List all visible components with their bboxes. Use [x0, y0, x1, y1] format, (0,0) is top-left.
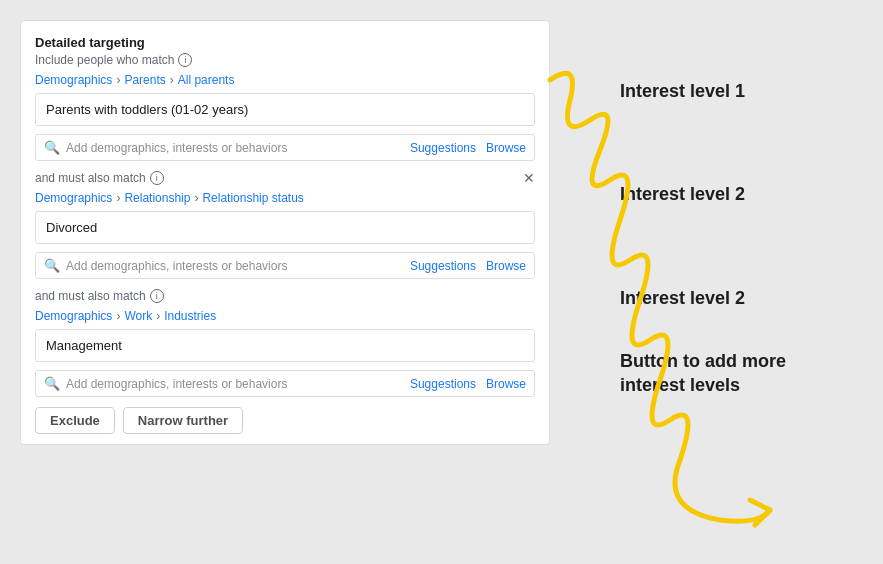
- suggestions-btn-3[interactable]: Suggestions: [410, 377, 476, 391]
- breadcrumb-3-item-3[interactable]: Industries: [164, 309, 216, 323]
- and-must-match-1: and must also match i ✕: [35, 171, 535, 185]
- suggestions-btn-2[interactable]: Suggestions: [410, 259, 476, 273]
- breadcrumb-1-item-1[interactable]: Demographics: [35, 73, 112, 87]
- info-icon-3[interactable]: i: [150, 289, 164, 303]
- info-icon-2[interactable]: i: [150, 171, 164, 185]
- include-label-text: Include people who match: [35, 53, 174, 67]
- breadcrumb-1-sep-1: ›: [116, 73, 120, 87]
- breadcrumb-3: Demographics › Work › Industries: [35, 309, 535, 323]
- annotation-level2b: Interest level 2: [620, 287, 863, 310]
- close-btn-1[interactable]: ✕: [523, 171, 535, 185]
- targeting-section-3: Demographics › Work › Industries Managem…: [35, 309, 535, 397]
- exclude-button[interactable]: Exclude: [35, 407, 115, 434]
- suggestions-btn-1[interactable]: Suggestions: [410, 141, 476, 155]
- breadcrumb-2-item-2[interactable]: Relationship: [124, 191, 190, 205]
- and-must-match-label-1: and must also match: [35, 171, 146, 185]
- search-placeholder-1: Add demographics, interests or behaviors: [66, 141, 404, 155]
- search-actions-3: Suggestions Browse: [410, 377, 526, 391]
- search-icon-3: 🔍: [44, 376, 60, 391]
- breadcrumb-3-item-1[interactable]: Demographics: [35, 309, 112, 323]
- search-actions-1: Suggestions Browse: [410, 141, 526, 155]
- browse-btn-2[interactable]: Browse: [486, 259, 526, 273]
- breadcrumb-2-sep-1: ›: [116, 191, 120, 205]
- annotation-level1: Interest level 1: [620, 80, 863, 103]
- breadcrumb-1-sep-2: ›: [170, 73, 174, 87]
- breadcrumb-3-item-2[interactable]: Work: [124, 309, 152, 323]
- search-placeholder-2: Add demographics, interests or behaviors: [66, 259, 404, 273]
- tag-2: Divorced: [35, 211, 535, 244]
- and-must-match-label-2: and must also match: [35, 289, 146, 303]
- search-icon-2: 🔍: [44, 258, 60, 273]
- and-must-match-2: and must also match i: [35, 289, 535, 303]
- browse-btn-1[interactable]: Browse: [486, 141, 526, 155]
- annotation-level2a: Interest level 2: [620, 183, 863, 206]
- detailed-targeting-panel: Detailed targeting Include people who ma…: [20, 20, 550, 445]
- search-row-2[interactable]: 🔍 Add demographics, interests or behavio…: [35, 252, 535, 279]
- search-actions-2: Suggestions Browse: [410, 259, 526, 273]
- breadcrumb-2: Demographics › Relationship › Relationsh…: [35, 191, 535, 205]
- breadcrumb-3-sep-1: ›: [116, 309, 120, 323]
- search-placeholder-3: Add demographics, interests or behaviors: [66, 377, 404, 391]
- tag-3: Management: [35, 329, 535, 362]
- search-icon-1: 🔍: [44, 140, 60, 155]
- search-row-1[interactable]: 🔍 Add demographics, interests or behavio…: [35, 134, 535, 161]
- breadcrumb-1-item-2[interactable]: Parents: [124, 73, 165, 87]
- browse-btn-3[interactable]: Browse: [486, 377, 526, 391]
- breadcrumb-2-item-3[interactable]: Relationship status: [202, 191, 303, 205]
- annotation-button-desc: Button to add moreinterest levels: [620, 350, 863, 397]
- breadcrumb-3-sep-2: ›: [156, 309, 160, 323]
- info-icon-1[interactable]: i: [178, 53, 192, 67]
- panel-title: Detailed targeting: [35, 35, 535, 50]
- breadcrumb-2-item-1[interactable]: Demographics: [35, 191, 112, 205]
- tag-1: Parents with toddlers (01-02 years): [35, 93, 535, 126]
- targeting-section-2: Demographics › Relationship › Relationsh…: [35, 191, 535, 279]
- narrow-further-button[interactable]: Narrow further: [123, 407, 243, 434]
- main-layout: Detailed targeting Include people who ma…: [20, 20, 863, 445]
- breadcrumb-2-sep-2: ›: [194, 191, 198, 205]
- breadcrumb-1: Demographics › Parents › All parents: [35, 73, 535, 87]
- bottom-buttons: Exclude Narrow further: [35, 407, 535, 434]
- breadcrumb-1-item-3[interactable]: All parents: [178, 73, 235, 87]
- targeting-section-1: Demographics › Parents › All parents Par…: [35, 73, 535, 161]
- annotation-area: Interest level 1 Interest level 2 Intere…: [550, 20, 863, 425]
- include-label: Include people who match i: [35, 53, 535, 67]
- search-row-3[interactable]: 🔍 Add demographics, interests or behavio…: [35, 370, 535, 397]
- annotations-wrapper: Interest level 1 Interest level 2 Intere…: [560, 20, 863, 397]
